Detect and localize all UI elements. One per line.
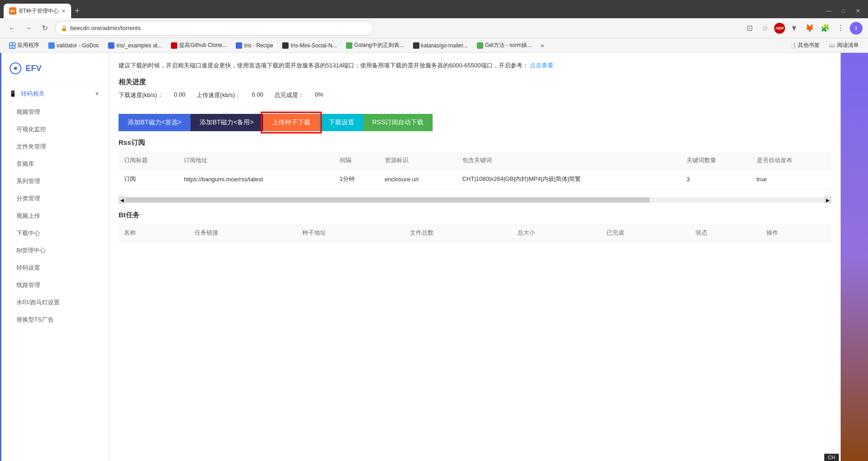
iris-examples-favicon <box>108 42 114 49</box>
forward-button[interactable]: → <box>22 22 35 35</box>
tab-title: BT种子管理中心 <box>19 7 59 15</box>
minimize-button[interactable]: — <box>822 6 835 15</box>
rss-auto-publish-cell: true <box>751 169 832 189</box>
horizontal-scrollbar[interactable]: ◀ ▶ <box>119 196 832 204</box>
download-speed-value: 0.00 <box>174 91 186 99</box>
iris-mini-favicon <box>282 42 289 49</box>
menu-icon[interactable]: ⋮ <box>834 22 847 35</box>
bookmark-validator[interactable]: validator - GoDoc <box>45 41 103 50</box>
logo-text: EFV <box>26 64 41 73</box>
svg-rect-0 <box>10 43 12 45</box>
bookmark-github-clone[interactable]: 提高Github Clone... <box>167 40 230 51</box>
content-area: 建议下载的时候，开启相关端口速度会更快，使用首选项下载的需开放服务器的51314… <box>109 53 841 461</box>
sidebar-item-series-mgmt[interactable]: 系列管理 <box>0 173 109 190</box>
back-button[interactable]: ← <box>5 22 18 35</box>
lock-icon: 🔒 <box>61 25 67 31</box>
sidebar-item-audio-lib[interactable]: 音频库 <box>0 155 109 173</box>
sidebar-item-folder-mgmt[interactable]: 文件夹管理 <box>0 138 109 155</box>
extensions-icon[interactable]: ▼ <box>788 22 801 35</box>
scrollbar-left-arrow[interactable]: ◀ <box>119 196 126 204</box>
rss-table-header: 订阅标题 订阅地址 间隔 资源标识 包含关键词 关键词数量 是否自动发布 <box>119 152 832 169</box>
rss-keyword-count-cell: 3 <box>681 169 751 189</box>
upload-torrent-button[interactable]: 上传种子下载 <box>263 114 320 131</box>
window-controls: — □ ✕ <box>822 6 864 15</box>
puzzle-icon[interactable]: 🧩 <box>819 22 832 35</box>
col-auto-publish: 是否自动发布 <box>751 152 832 169</box>
other-bookmarks-label: 其他书签 <box>798 41 820 49</box>
cast-icon[interactable]: ⊡ <box>743 22 756 35</box>
progress-title: 相关进度 <box>119 78 832 87</box>
get-xorm-favicon <box>477 42 483 49</box>
col-resource-id: 资源标识 <box>379 152 457 169</box>
col-subscribe-url: 订阅地址 <box>178 152 334 169</box>
col-task-link: 任务链接 <box>189 224 297 242</box>
sidebar-item-download-center[interactable]: 下载中心 <box>0 225 109 242</box>
tab-bar: BT BT种子管理中心 × + <box>4 4 822 18</box>
close-button[interactable]: ✕ <box>852 6 864 15</box>
maximize-button[interactable]: □ <box>837 6 850 15</box>
sidebar-item-bt-mgmt[interactable]: Bt管理中心 <box>0 242 109 259</box>
navigation-bar: ← → ↻ 🔒 beecdn.one/admin/torrents ⊡ ☆ AB… <box>0 18 868 38</box>
sidebar-item-visual-monitor[interactable]: 可视化监控 <box>0 121 109 138</box>
bookmark-go-mailer[interactable]: kataras/go-mailer... <box>409 41 471 50</box>
active-tab[interactable]: BT BT种子管理中心 × <box>4 4 71 18</box>
notice-link[interactable]: 点击查看 <box>530 62 553 69</box>
validator-label: validator - GoDoc <box>57 42 99 49</box>
bookmark-apps[interactable]: 应用程序 <box>5 40 43 51</box>
sidebar-item-video-mgmt[interactable]: 视频管理 <box>0 103 109 121</box>
sidebar-item-route-mgmt[interactable]: 线路管理 <box>0 277 109 294</box>
download-speed-label: 下载速度(kb/s)： <box>119 91 163 99</box>
upload-speed-label: 上传速度(kb/s)： <box>196 91 241 99</box>
profile-button[interactable]: i <box>850 22 863 35</box>
tab-close-button[interactable]: × <box>62 7 65 15</box>
rss-keywords-cell: CHT|1080|x264|GB|内封|MP4|内嵌|简体|简繁 <box>457 169 681 189</box>
sidebar-item-watermark[interactable]: 水印/跑马灯设置 <box>0 294 109 311</box>
bookmarks-more[interactable]: » <box>537 41 548 50</box>
add-bt-primary-button[interactable]: 添加BT磁力<首选> <box>119 114 191 131</box>
download-settings-button[interactable]: 下载设置 <box>320 114 363 131</box>
add-bt-backup-button[interactable]: 添加BT磁力<备用> <box>191 114 263 131</box>
bookmark-iris-mini[interactable]: Iris-Mini-Social-N... <box>279 41 340 50</box>
bookmark-golang-regex[interactable]: Golang中的正则表... <box>342 40 408 51</box>
fox-icon[interactable]: 🦊 <box>803 22 816 35</box>
other-bookmarks[interactable]: 📑 其他书签 <box>786 40 823 51</box>
browser-chrome: BT BT种子管理中心 × + — □ ✕ ← → ↻ 🔒 beecdn.one… <box>0 0 868 53</box>
sidebar-item-transcode-settings[interactable]: 转码设置 <box>0 259 109 277</box>
scrollbar-track[interactable] <box>126 197 824 203</box>
sidebar: EFV 📱 转码相关 ▼ 视频管理 可视化监控 文件夹管理 音频库 <box>0 53 109 461</box>
abp-button[interactable]: ABP <box>774 23 785 34</box>
sidebar-item-category-mgmt[interactable]: 分类管理 <box>0 190 109 207</box>
sidebar-item-video-upload[interactable]: 视频上传 <box>0 207 109 225</box>
progress-section: 相关进度 下载速度(kb/s)： 0.00 上传速度(kb/s)： 0.00 总… <box>119 74 832 107</box>
rss-interval-cell: 1分钟 <box>334 169 379 189</box>
sidebar-item-transcode[interactable]: 📱 转码相关 ▼ <box>0 84 109 103</box>
main-layout: EFV 📱 转码相关 ▼ 视频管理 可视化监控 文件夹管理 音频库 <box>0 53 868 461</box>
bookmark-icon[interactable]: ☆ <box>759 22 771 35</box>
tab-favicon: BT <box>9 7 16 15</box>
col-file-count: 文件总数 <box>404 224 512 242</box>
scrollbar-thumb <box>126 197 650 203</box>
table-row: 订阅 https://bangumi.moe/rss/latest 1分钟 en… <box>119 169 832 189</box>
bookmark-get-xorm[interactable]: Get方法 - xorm操... <box>473 40 536 51</box>
bookmark-iris-examples[interactable]: iris/_examples at... <box>104 41 165 50</box>
bt-table-header: 名称 任务链接 种子地址 文件总数 总大小 已完成 状态 操作 <box>119 224 832 242</box>
validator-favicon <box>48 42 55 49</box>
col-name: 名称 <box>119 224 189 242</box>
col-keyword-count: 关键词数量 <box>681 152 751 169</box>
svg-rect-3 <box>13 46 15 48</box>
upload-speed-value: 0.00 <box>252 91 263 99</box>
rss-auto-button[interactable]: RSS订阅自动下载 <box>363 114 433 131</box>
scrollbar-right-arrow[interactable]: ▶ <box>824 196 832 204</box>
new-tab-button[interactable]: + <box>71 5 84 17</box>
iris-recipe-label: Iris - Recipe <box>244 42 273 49</box>
refresh-button[interactable]: ↻ <box>38 22 51 35</box>
address-bar[interactable]: 🔒 beecdn.one/admin/torrents <box>55 21 374 36</box>
efv-logo-icon <box>9 62 22 75</box>
reading-list[interactable]: 📖 阅读清单 <box>825 40 863 51</box>
notice-section: 建议下载的时候，开启相关端口速度会更快，使用首选项下载的需开放服务器的51314… <box>119 53 832 74</box>
sidebar-item-ts-ads[interactable]: 替换型TS广告 <box>0 311 109 328</box>
bookmark-iris-recipe[interactable]: Iris - Recipe <box>232 41 277 50</box>
rss-title-cell: 订阅 <box>119 169 178 189</box>
transcode-icon: 📱 <box>9 90 16 97</box>
reading-list-label: 阅读清单 <box>837 41 859 49</box>
